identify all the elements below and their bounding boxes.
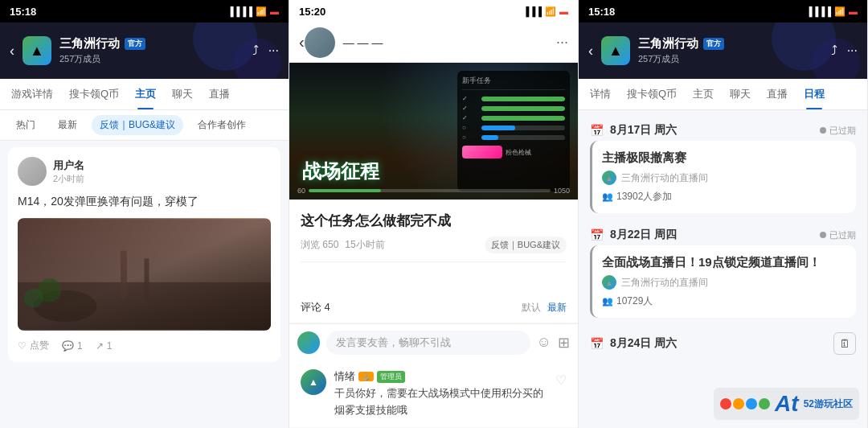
watermark-icons (720, 398, 770, 409)
subtab-feedback[interactable]: 反馈｜BUG&建议 (92, 115, 183, 135)
post-content: M14，20发弹匣换弹有问题，穿模了 (18, 192, 271, 210)
left-hero-banner: ‹ ▲ 三角洲行动 官方 257万成员 ⤴ ··· (0, 23, 289, 79)
left-feed: 用户名 2小时前 M14，20发弹匣换弹有问题，穿模了 (0, 141, 289, 428)
subtab-hot[interactable]: 热门 (8, 115, 43, 135)
schedule-date-3: 📅 8月24日 周六 🗓 (579, 326, 867, 358)
svg-rect-4 (145, 259, 149, 298)
detail-meta: 浏览 650 15小时前 反馈｜BUG&建议 (301, 237, 567, 262)
game-ui-overlay: 新手任务 ✓ ✓ ✓ ○ (457, 71, 570, 191)
subtab-latest[interactable]: 最新 (50, 115, 85, 135)
svg-rect-3 (121, 251, 127, 298)
mid-status-bar: 15:20 ▐▐▐ 📶 ▬ (289, 0, 578, 23)
subtab-collab[interactable]: 合作者创作 (190, 115, 254, 135)
official-badge: 官方 (125, 38, 145, 50)
right-game-icon: ▲ (601, 36, 630, 65)
comment-button[interactable]: 💬 1 (62, 340, 83, 352)
banner-info: 三角洲行动 官方 257万成员 (59, 36, 244, 65)
right-back-button[interactable]: ‹ (588, 43, 593, 60)
comments-count: 评论 4 (301, 300, 330, 315)
post-avatar (18, 157, 47, 186)
tab-search-card[interactable]: 搜卡领Q币 (61, 79, 127, 109)
right-banner-actions: ⤴ ··· (831, 43, 858, 58)
banner-actions: ⤴ ··· (252, 43, 279, 58)
watermark-text: 52游玩社区 (804, 397, 853, 411)
post-user-info: 用户名 2小时前 (53, 158, 271, 185)
right-share-icon[interactable]: ⤴ (831, 43, 837, 58)
calendar-view-button[interactable]: 🗓 (833, 332, 856, 355)
schedule-meta-1: ▲ 三角洲行动的直播间 (602, 171, 846, 185)
battle-title: 战场征程 (302, 160, 379, 183)
image-icon[interactable]: ⊞ (558, 334, 570, 352)
person-icon-2: 👥 (602, 296, 613, 307)
tab-live[interactable]: 直播 (201, 79, 238, 109)
post-card: 用户名 2小时前 M14，20发弹匣换弹有问题，穿模了 (8, 147, 280, 362)
schedule-item-2: 全面战场直播日！19点锁定频道直播间！ ▲ 三角洲行动的直播间 👥 10729人 (590, 245, 856, 318)
circle-orange (733, 398, 744, 409)
post-username: 用户名 (53, 158, 271, 173)
calendar-icon-3: 📅 (590, 337, 604, 350)
right-tab-live[interactable]: 直播 (759, 79, 796, 109)
comment-text: 干员你好，需要在大战场模式中使用积分买的烟雾支援技能哦 (334, 385, 547, 419)
signal-icon: ▐▐▐▐ (227, 6, 252, 16)
wifi-icon: 📶 (256, 6, 267, 17)
right-tab-chat[interactable]: 聊天 (722, 79, 759, 109)
right-tab-schedule[interactable]: 日程 (796, 79, 833, 109)
schedule-date-1: 📅 8月17日 周六 已过期 (579, 117, 867, 141)
left-panel: 15:18 ▐▐▐▐ 📶 ▬ ‹ ▲ 三角洲行动 官方 257万成员 ⤴ ··· (0, 0, 289, 428)
right-battery-icon: ▬ (849, 6, 858, 16)
comment-like-icon[interactable]: ♡ (555, 372, 567, 388)
share-icon[interactable]: ⤴ (252, 43, 259, 58)
back-button[interactable]: ‹ (10, 43, 14, 60)
middle-panel: 15:20 ▐▐▐ 📶 ▬ ‹ — — — ··· 战场征程 新手任务 ✓ (289, 0, 579, 428)
right-tab-card[interactable]: 搜卡领Q币 (619, 79, 685, 109)
circle-blue (746, 398, 757, 409)
comment-item: ▲ 情绪 ⚓ 管理员 干员你好，需要在大战场模式中使用积分买的烟雾支援技能哦 ♡ (289, 361, 578, 428)
right-wifi-icon: 📶 (834, 6, 845, 17)
right-tab-home[interactable]: 主页 (685, 79, 722, 109)
right-banner-info: 三角洲行动 官方 257万成员 (638, 36, 823, 65)
emoji-icon[interactable]: ☺ (537, 334, 551, 352)
participants-2: 👥 10729人 (602, 294, 846, 308)
post-image (18, 218, 271, 331)
right-more-icon[interactable]: ··· (847, 43, 858, 58)
left-sub-tabs: 热门 最新 反馈｜BUG&建议 合作者创作 (0, 110, 289, 141)
right-tab-detail[interactable]: 详情 (582, 79, 619, 109)
battery-icon: ▬ (270, 6, 279, 16)
mid-header-title: — — — (343, 36, 556, 49)
comment-body: 情绪 ⚓ 管理员 干员你好，需要在大战场模式中使用积分买的烟雾支援技能哦 (334, 369, 547, 419)
sort-latest[interactable]: 最新 (547, 301, 567, 315)
schedule-title-1: 主播极限撤离赛 (602, 150, 846, 166)
date-label-3: 8月24日 周六 (610, 336, 677, 351)
sort-default[interactable]: 默认 (522, 301, 541, 315)
comments-sort: 默认 最新 (522, 301, 567, 315)
tab-game-detail[interactable]: 游戏详情 (3, 79, 61, 109)
share-button[interactable]: ↗ 1 (96, 340, 113, 352)
right-members: 257万成员 (638, 53, 823, 65)
comment-input-field[interactable]: 发言要友善，畅聊不引战 (326, 331, 530, 355)
more-icon[interactable]: ··· (268, 43, 279, 58)
mid-back-button[interactable]: ‹ (299, 33, 305, 51)
right-panel: 15:18 ▐▐▐▐ 📶 ▬ ‹ ▲ 三角洲行动 官方 257万成员 ⤴ ··· (579, 0, 868, 428)
at-label: At (775, 391, 799, 417)
expire-status-1: 已过期 (820, 125, 856, 137)
tab-home[interactable]: 主页 (127, 79, 164, 109)
circle-green (759, 398, 770, 409)
game-icon: ▲ (23, 36, 51, 65)
mid-more-button[interactable]: ··· (556, 34, 568, 51)
post-detail: 这个任务怎么做都完不成 浏览 650 15小时前 反馈｜BUG&建议 (289, 200, 578, 292)
mid-wifi-icon: 📶 (545, 6, 556, 17)
participants-1: 👥 13902人参加 (602, 190, 846, 204)
comment-icon: 💬 (62, 340, 74, 352)
left-members: 257万成员 (59, 53, 244, 65)
right-status-bar: 15:18 ▐▐▐▐ 📶 ▬ (579, 0, 867, 23)
right-status-icons: ▐▐▐▐ 📶 ▬ (806, 6, 858, 17)
tab-chat[interactable]: 聊天 (164, 79, 201, 109)
calendar-icon-1: 📅 (590, 124, 604, 137)
svg-point-6 (24, 289, 43, 308)
like-button[interactable]: ♡ 点赞 (18, 339, 49, 352)
time-ago: 15小时前 (345, 238, 384, 252)
mid-status-icons: ▐▐▐ 📶 ▬ (523, 6, 568, 17)
feedback-button[interactable]: 反馈｜BUG&建议 (485, 237, 567, 253)
date-label-1: 8月17日 周六 (610, 123, 677, 138)
svg-point-5 (38, 278, 62, 302)
